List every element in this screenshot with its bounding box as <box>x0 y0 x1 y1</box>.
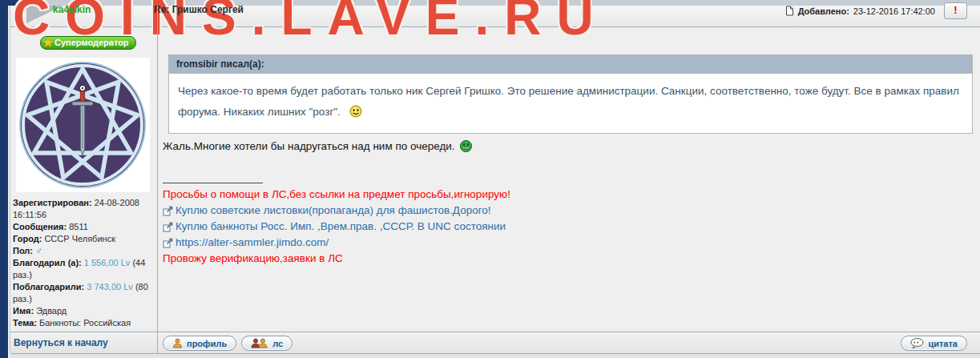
user-icon <box>172 338 183 348</box>
rank-badge: ★ Супермодератор <box>40 36 136 50</box>
forum-post-page: COINS.LAVE.RU ka4alkin Re: Гришко Сергей… <box>0 0 980 358</box>
private-message-button[interactable]: лс <box>241 336 292 351</box>
report-post-button[interactable]: ! <box>944 2 967 19</box>
reply-row: Жаль.Многие хотели бы надругаться над ни… <box>163 140 472 152</box>
post-datetime: 23-12-2016 17:42:00 <box>853 6 935 16</box>
quote-button[interactable]: цитата <box>901 336 967 351</box>
stat-gender: Пол: ♂ <box>13 245 156 257</box>
post-meta: Добавлено: 23-12-2016 17:42:00 ! <box>785 2 967 19</box>
green-grin-emoji <box>460 140 472 152</box>
quote-author: fromsibir писал(а): <box>169 55 972 74</box>
profile-button[interactable]: профиль <box>163 336 236 351</box>
signature-block: Просьбы о помощи в ЛС,без ссылки на пред… <box>163 187 964 267</box>
stat-city: Город: СССР Челябинск <box>13 233 156 245</box>
page-left-margin <box>0 0 8 358</box>
signature-link-banknotes[interactable]: Куплю банкноты Росс. Имп. ,Врем.прав. ,С… <box>163 219 964 235</box>
table-left-border <box>10 6 10 353</box>
stat-name: Имя: Эдвард <box>13 305 156 317</box>
quote-text: Через какое-то время будет работать толь… <box>169 74 972 133</box>
next-row-edge <box>10 353 980 358</box>
author-username-link[interactable]: ka4alkin <box>53 4 91 15</box>
avatar <box>16 58 150 192</box>
stat-thanked-received: Поблагодарили: 3 743,00 Lv (80 раз.) <box>13 281 156 305</box>
column-divider <box>157 6 158 353</box>
external-link-icon <box>163 222 173 232</box>
quote-block: fromsibir писал(а): Через какое-то время… <box>168 54 973 134</box>
stat-messages: Сообщения: 8511 <box>13 221 156 233</box>
smiley-embarrassed-emoji <box>349 105 362 118</box>
signature-link-listovki[interactable]: Куплю советские листовки(пропаганда) для… <box>163 203 964 219</box>
stat-thanked-given: Благодарил (а): 1 556,00 Lv (44 раз.) <box>13 257 156 281</box>
signature-link-url[interactable]: https://alter-sammler.jimdo.com/ <box>163 235 964 251</box>
back-to-top-link[interactable]: Вернуться к началу <box>14 337 108 348</box>
rank-badge-label: Супермодератор <box>54 38 129 47</box>
signature-red-line-2: Провожу верификацию,заявки в ЛС <box>163 251 964 267</box>
users-icon <box>251 338 268 348</box>
user-stats: Зарегистрирован: 24-08-2008 16:11:56 Соо… <box>13 197 156 353</box>
signature-red-line-1: Просьбы о помощи в ЛС,без ссылки на пред… <box>163 187 964 203</box>
external-link-icon <box>163 206 173 216</box>
quote-bubble-icon <box>910 338 924 349</box>
signature-divider <box>163 183 263 183</box>
post-footer-bar: Вернуться к началу профиль лс цитата <box>10 332 980 354</box>
footer-buttons: профиль лс <box>163 336 292 351</box>
post-page-icon <box>785 6 794 16</box>
stat-registered: Зарегистрирован: 24-08-2008 16:11:56 <box>13 197 156 221</box>
reply-text: Жаль.Многие хотели бы надругаться над ни… <box>163 140 455 152</box>
post-subject: Re: Гришко Сергей <box>154 4 244 15</box>
added-label: Добавлено: <box>798 6 849 16</box>
external-link-icon <box>163 238 173 248</box>
star-icon: ★ <box>42 35 53 50</box>
male-icon: ♂ <box>35 245 42 256</box>
